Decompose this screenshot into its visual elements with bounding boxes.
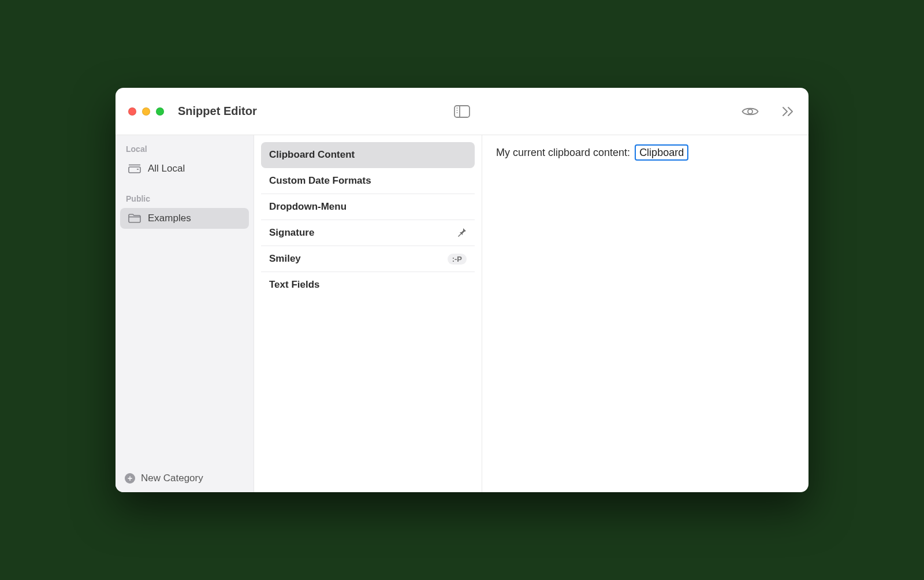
sidebar-toggle-icon[interactable] [454,105,470,118]
snippet-label: Smiley [269,253,301,265]
snippet-row-text-fields[interactable]: Text Fields [261,272,475,298]
folder-icon [128,214,141,223]
editor-text: My current clipboard content: [496,147,630,159]
svg-point-3 [457,110,458,111]
snippet-label: Custom Date Formats [269,175,371,187]
snippet-row-clipboard-content[interactable]: Clipboard Content [261,142,475,168]
tray-icon [128,164,141,173]
sidebar-section-header: Local [116,141,254,157]
toolbar-right [742,106,795,117]
zoom-button[interactable] [156,107,164,116]
editor-pane[interactable]: My current clipboard content: Clipboard [482,135,808,492]
sidebar-item-label: Examples [148,213,191,224]
svg-rect-6 [129,167,140,173]
titlebar: Snippet Editor [116,88,808,135]
sidebar-item-label: All Local [148,163,185,174]
snippet-row-dropdown-menu[interactable]: Dropdown-Menu [261,194,475,220]
sidebar-item-all-local[interactable]: All Local [120,158,249,179]
snippet-label: Signature [269,227,314,239]
snippet-label: Dropdown-Menu [269,201,346,213]
app-window: Snippet Editor [116,88,808,492]
pin-icon [457,228,467,239]
snippet-row-custom-date-formats[interactable]: Custom Date Formats [261,168,475,194]
main-panes: Local All Local Public [116,135,808,492]
svg-point-4 [457,112,458,113]
svg-point-2 [457,107,458,109]
traffic-lights [128,107,164,116]
toolbar-center [454,105,470,118]
new-category-button[interactable]: + New Category [116,464,254,492]
sidebar: Local All Local Public [116,135,254,492]
sidebar-item-examples[interactable]: Examples [120,208,249,229]
window-title: Snippet Editor [178,105,257,118]
chevron-double-right-icon[interactable] [782,106,795,117]
svg-rect-0 [454,106,470,117]
svg-point-5 [748,109,752,114]
eye-icon[interactable] [742,106,759,117]
minimize-button[interactable] [142,107,150,116]
clipboard-token[interactable]: Clipboard [635,144,688,161]
snippet-list: Clipboard Content Custom Date Formats Dr… [254,135,482,492]
snippet-label: Clipboard Content [269,149,355,161]
snippet-label: Text Fields [269,279,320,291]
plus-circle-icon: + [125,473,135,484]
snippet-row-smiley[interactable]: Smiley :-P [261,246,475,272]
new-category-label: New Category [141,473,203,484]
snippet-shortcut-chip: :-P [448,254,467,265]
snippet-row-signature[interactable]: Signature [261,220,475,246]
close-button[interactable] [128,107,136,116]
sidebar-section-header: Public [116,191,254,207]
